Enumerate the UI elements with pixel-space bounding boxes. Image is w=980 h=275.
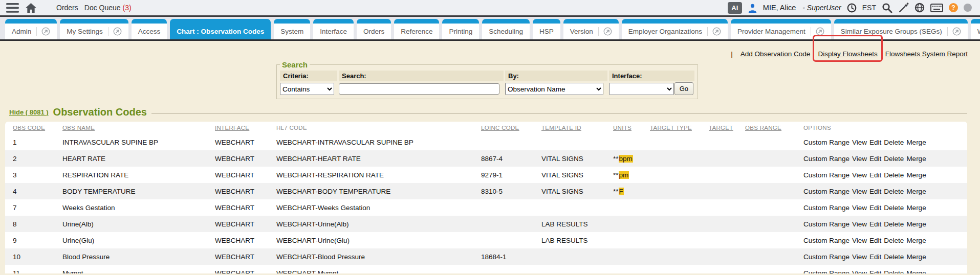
option-link-view[interactable]: View [852, 155, 867, 163]
option-link-custom-range[interactable]: Custom Range [803, 253, 850, 261]
option-link-delete[interactable]: Delete [884, 155, 904, 163]
option-link-view[interactable]: View [852, 237, 867, 244]
tab-provider-management[interactable]: Provider Management [731, 19, 831, 39]
option-link-edit[interactable]: Edit [869, 204, 881, 212]
option-link-custom-range[interactable]: Custom Range [803, 188, 850, 195]
column-header-units[interactable]: UNITS [605, 122, 642, 134]
column-header-obs-range[interactable]: OBS RANGE [737, 122, 796, 134]
tab-orders[interactable]: Orders [357, 19, 391, 39]
tab-reference[interactable]: Reference [394, 19, 439, 39]
option-link-view[interactable]: View [852, 269, 867, 274]
option-link-custom-range[interactable]: Custom Range [803, 139, 850, 146]
keyboard-icon[interactable] [930, 4, 943, 12]
topbar-link-orders[interactable]: Orders [56, 4, 78, 12]
option-link-delete[interactable]: Delete [884, 188, 904, 195]
cell-interface: WEBCHART [207, 183, 269, 199]
tab-interface[interactable]: Interface [313, 19, 354, 39]
tab-similar-exposure-groups-segs[interactable]: Similar Exposure Groups (SEGs) [834, 19, 968, 39]
option-link-merge[interactable]: Merge [906, 155, 926, 163]
annotated-link-wrapper: Display Flowsheets [818, 50, 877, 58]
by-select[interactable]: Observation Name [505, 83, 603, 95]
search-input[interactable] [339, 83, 499, 95]
go-button[interactable]: Go [674, 82, 693, 95]
option-link-view[interactable]: View [852, 253, 867, 261]
option-link-merge[interactable]: Merge [906, 269, 926, 274]
option-link-custom-range[interactable]: Custom Range [803, 269, 850, 274]
cell-options: Custom RangeViewEditDeleteMerge [796, 167, 967, 183]
option-link-edit[interactable]: Edit [869, 269, 881, 274]
option-link-view[interactable]: View [852, 204, 867, 212]
cell-loinc-code: 8867-4 [473, 150, 534, 167]
option-link-delete[interactable]: Delete [884, 220, 904, 228]
search-icon[interactable] [882, 3, 892, 13]
user-name[interactable]: MIE, Alice [763, 4, 796, 12]
option-link-delete[interactable]: Delete [884, 171, 904, 179]
option-link-custom-range[interactable]: Custom Range [803, 171, 850, 179]
display-flowsheets-link[interactable]: Display Flowsheets [818, 50, 877, 58]
column-header-template-id[interactable]: TEMPLATE ID [534, 122, 605, 134]
option-link-edit[interactable]: Edit [869, 171, 881, 179]
magic-wand-icon[interactable] [898, 3, 909, 13]
column-header-target[interactable]: TARGET [701, 122, 737, 134]
option-link-edit[interactable]: Edit [869, 253, 881, 261]
option-link-edit[interactable]: Edit [869, 237, 881, 244]
criteria-select[interactable]: Contains [280, 83, 334, 95]
option-link-delete[interactable]: Delete [884, 253, 904, 261]
tab-chart-observation-codes[interactable]: Chart : Observation Codes [170, 19, 271, 39]
option-link-custom-range[interactable]: Custom Range [803, 220, 850, 228]
option-link-merge[interactable]: Merge [906, 188, 926, 195]
tab-employer-organizations[interactable]: Employer Organizations [622, 19, 728, 39]
hamburger-menu-icon[interactable] [6, 3, 19, 13]
option-link-merge[interactable]: Merge [906, 139, 926, 146]
ai-button[interactable]: AI [728, 2, 742, 14]
column-header-obs-code[interactable]: OBS CODE [5, 122, 55, 134]
hide-count-link[interactable]: Hide ( 8081 ) [9, 108, 49, 116]
tab-admin[interactable]: Admin [5, 19, 57, 39]
option-link-edit[interactable]: Edit [869, 155, 881, 163]
option-link-delete[interactable]: Delete [884, 204, 904, 212]
option-link-custom-range[interactable]: Custom Range [803, 204, 850, 212]
column-header-loinc-code[interactable]: LOINC CODE [473, 122, 534, 134]
help-icon[interactable]: ? [949, 3, 958, 12]
user-icon[interactable] [748, 3, 757, 13]
option-link-delete[interactable]: Delete [884, 237, 904, 244]
option-link-merge[interactable]: Merge [906, 220, 926, 228]
add-observation-code-link[interactable]: Add Observation Code [741, 50, 811, 58]
option-link-delete[interactable]: Delete [884, 139, 904, 146]
home-icon[interactable] [25, 3, 37, 13]
column-header-obs-name[interactable]: OBS NAME [55, 122, 207, 134]
option-link-view[interactable]: View [852, 220, 867, 228]
tab-printing[interactable]: Printing [442, 19, 479, 39]
cell-template-id: VITAL SIGNS [534, 167, 605, 183]
option-link-edit[interactable]: Edit [869, 220, 881, 228]
interface-select[interactable] [609, 83, 674, 95]
option-link-view[interactable]: View [852, 139, 867, 146]
option-link-merge[interactable]: Merge [906, 171, 926, 179]
clock-icon[interactable] [847, 3, 857, 13]
column-header-interface[interactable]: INTERFACE [207, 122, 269, 134]
tab-version[interactable]: Version [563, 19, 619, 39]
column-header-target-type[interactable]: TARGET TYPE [642, 122, 701, 134]
option-link-view[interactable]: View [852, 171, 867, 179]
option-link-merge[interactable]: Merge [906, 237, 926, 244]
option-link-delete[interactable]: Delete [884, 269, 904, 274]
tab-access[interactable]: Access [132, 19, 167, 39]
flowsheets-system-report-link[interactable]: Flowsheets System Report [885, 50, 968, 58]
tab-hsp[interactable]: HSP [533, 19, 560, 39]
tab-system[interactable]: System [274, 19, 310, 39]
option-link-merge[interactable]: Merge [906, 253, 926, 261]
option-link-custom-range[interactable]: Custom Range [803, 237, 850, 244]
option-link-view[interactable]: View [852, 188, 867, 195]
highlighted-unit: pm [619, 171, 629, 179]
option-link-custom-range[interactable]: Custom Range [803, 155, 850, 163]
option-link-merge[interactable]: Merge [906, 204, 926, 212]
tab-work-loca[interactable]: Work Loca [971, 19, 980, 39]
tab-my-settings[interactable]: My Settings [60, 19, 128, 39]
option-link-edit[interactable]: Edit [869, 139, 881, 146]
cell-loinc-code: 8310-5 [473, 183, 534, 199]
tab-scheduling[interactable]: Scheduling [482, 19, 530, 39]
option-link-edit[interactable]: Edit [869, 188, 881, 195]
topbar-link-doc-queue[interactable]: Doc Queue (3) [84, 4, 132, 12]
globe-icon[interactable] [914, 3, 925, 13]
timezone-label[interactable]: EST [862, 4, 876, 12]
